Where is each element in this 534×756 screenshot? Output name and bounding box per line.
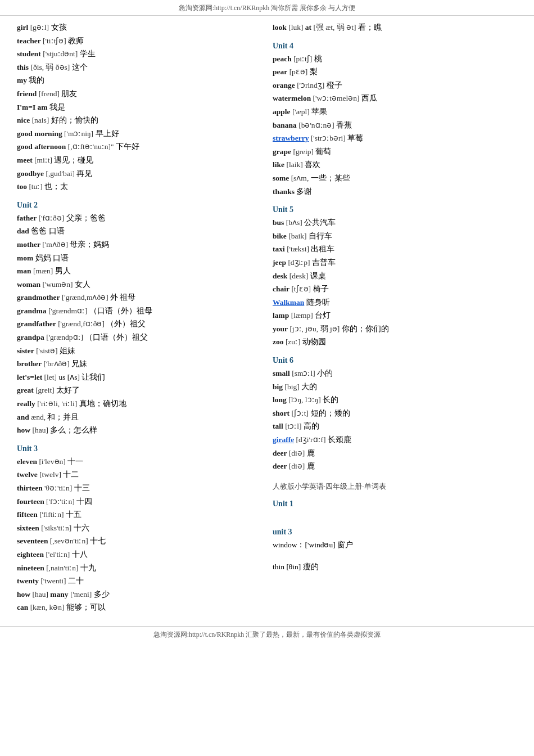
list-item: and ænd, 和；并且 (17, 411, 261, 424)
list-item: bus [bʌs] 公共汽车 (273, 217, 517, 229)
list-item: tall [tɔːl] 高的 (273, 420, 517, 433)
list-item: peach [piːtʃ] 桃 (273, 53, 517, 65)
bottom-unit1-title: Unit 1 (273, 500, 517, 508)
list-item: window：['windəu] 窗户 (273, 539, 517, 551)
list-item: small [smɔːl] 小的 (273, 367, 517, 380)
list-item: short [ʃɔːt] 短的；矮的 (273, 407, 517, 420)
list-item: deer [diə] 鹿 (273, 447, 517, 460)
list-item: I'm=I am 我是 (17, 101, 261, 114)
list-item: teacher ['tiːtʃə] 教师 (17, 35, 261, 47)
list-item: nice [nais] 好的；愉快的 (17, 114, 261, 127)
list-item: too [tuː] 也；太 (17, 181, 261, 193)
list-item: banana [bə'nɑːnə] 香蕉 (273, 119, 517, 132)
list-item: bike [baik] 自行车 (273, 230, 517, 242)
list-item: goodbye [,gud'bai] 再见 (17, 168, 261, 180)
list-item: good morning ['mɔːniŋ] 早上好 (17, 128, 261, 140)
list-item: father ['fɑːðə] 父亲；爸爸 (17, 212, 261, 224)
unit3-title: Unit 3 (17, 444, 261, 453)
list-item: jeep [dʒiːp] 吉普车 (273, 256, 517, 269)
list-item: my 我的 (17, 74, 261, 87)
list-item: deer [diə] 鹿 (273, 460, 517, 472)
list-item: girl [gəːl] 女孩 (17, 21, 261, 34)
list-item: big [big] 大的 (273, 381, 517, 393)
left-column: girl [gəːl] 女孩 teacher ['tiːtʃə] 教师 stud… (17, 21, 261, 615)
unit5-title: Unit 5 (273, 205, 517, 214)
list-item: brother ['brʌðə] 兄妹 (17, 358, 261, 370)
unit6-title: Unit 6 (273, 356, 517, 365)
list-item: like [laik] 喜欢 (273, 159, 517, 171)
list-item: dad 爸爸 口语 (17, 225, 261, 237)
list-item: nineteen [,nain'tiːn] 十九 (17, 562, 261, 574)
list-item: some [sʌm, 一些；某些 (273, 172, 517, 184)
list-item: mother ['mʌðə] 母亲；妈妈 (17, 238, 261, 251)
list-item: zoo [zuː] 动物园 (273, 336, 517, 348)
list-item: chair [tʃɛə] 椅子 (273, 283, 517, 295)
list-item: grandmother ['grænd,mʌðə] 外 祖母 (17, 291, 261, 304)
list-item: fifteen ['fiftiːn] 十五 (17, 508, 261, 521)
list-item: taxi ['tæksi] 出租车 (273, 243, 517, 255)
list-item: woman ['wumən] 女人 (17, 278, 261, 291)
list-item: thanks 多谢 (273, 186, 517, 198)
list-item: apple ['æpl] 苹果 (273, 106, 517, 118)
list-item: thirteen 'θəː'tiːn] 十三 (17, 482, 261, 494)
list-item: watermelon ['wɔːtəmelən] 西瓜 (273, 92, 517, 105)
bottom-bar: 急淘资源网:http://t.cn/RKRnpkh 汇聚了最热，最新，最有价值的… (0, 626, 534, 643)
list-item: good afternoon [,ɑːftəː'nuːn]" 下午好 (17, 141, 261, 153)
list-item: lamp [læmp] 台灯 (273, 309, 517, 322)
list-item: fourteen ['fɔː'tiːn] 十四 (17, 496, 261, 508)
list-item: eleven [i'levən] 十一 (17, 456, 261, 468)
list-item: friend [frend] 朋友 (17, 88, 261, 100)
list-item: seventeen [,sevən'tiːn] 十七 (17, 535, 261, 547)
list-item: long [lɔŋ, lɔːŋ] 长的 (273, 394, 517, 406)
list-item: grape [greip] 葡萄 (273, 146, 517, 158)
top-bar: 急淘资源网:http://t.cn/RKRnpkh 淘你所需 展你多余 与人方便 (0, 0, 534, 16)
list-item: thin [θin] 瘦的 (273, 561, 517, 573)
list-item: eighteen ['ei'tiːn] 十八 (17, 548, 261, 561)
list-item: great [greit] 太好了 (17, 384, 261, 397)
list-item: man [mæn] 男人 (17, 265, 261, 277)
unit4-title: Unit 4 (273, 42, 517, 51)
list-item: desk [desk] 课桌 (273, 270, 517, 282)
list-item: grandma ['grændmɑː] （口语（外）祖母 (17, 305, 261, 317)
list-item: your [jɔː, jəu, 弱 jə] 你的；你们的 (273, 323, 517, 335)
list-item: look [luk] at [强 æt, 弱 ət] 看；瞧 (273, 21, 517, 34)
list-item: sister ['sistə] 姐妹 (17, 345, 261, 357)
list-item: can [kæn, kən] 能够；可以 (17, 601, 261, 614)
list-item: how [hau] 多么；怎么样 (17, 424, 261, 436)
list-item: student ['stjuːdənt] 学生 (17, 48, 261, 60)
list-item: meet [miːt] 遇见；碰见 (17, 154, 261, 166)
list-item: mom 妈妈 口语 (17, 252, 261, 264)
list-item: giraffe [dʒi'rɑːf] 长颈鹿 (273, 434, 517, 446)
list-item: grandpa ['grændpɑː] （口语（外）祖父 (17, 331, 261, 344)
bottom-unit3-label: unit 3 (273, 528, 517, 537)
right-column: look [luk] at [强 æt, 弱 ət] 看；瞧 Unit 4 pe… (273, 21, 517, 615)
list-item: how [hau] many ['meni] 多少 (17, 588, 261, 601)
list-item: sixteen ['siks'tiːn] 十六 (17, 522, 261, 534)
list-item: really ['riːəli, 'riːli] 真地；确切地 (17, 398, 261, 410)
list-item: Walkman 随身听 (273, 296, 517, 309)
list-item: orange ['ɔrindʒ] 橙子 (273, 79, 517, 92)
unit2-title: Unit 2 (17, 201, 261, 210)
list-item: this [ðis, 弱 ðəs] 这个 (17, 61, 261, 74)
list-item: twenty ['twenti] 二十 (17, 575, 261, 587)
list-item: grandfather ['grænd,fɑːðə] （外）祖父 (17, 318, 261, 330)
list-item: let's=let [let] us [ʌs] 让我们 (17, 371, 261, 384)
list-item: twelve [twelv] 十二 (17, 469, 261, 481)
list-item: strawberry ['strɔːbəri] 草莓 (273, 132, 517, 145)
section-header: 人教版小学英语·四年级上册·单词表 (273, 482, 517, 492)
list-item: pear [pɛə] 梨 (273, 66, 517, 78)
